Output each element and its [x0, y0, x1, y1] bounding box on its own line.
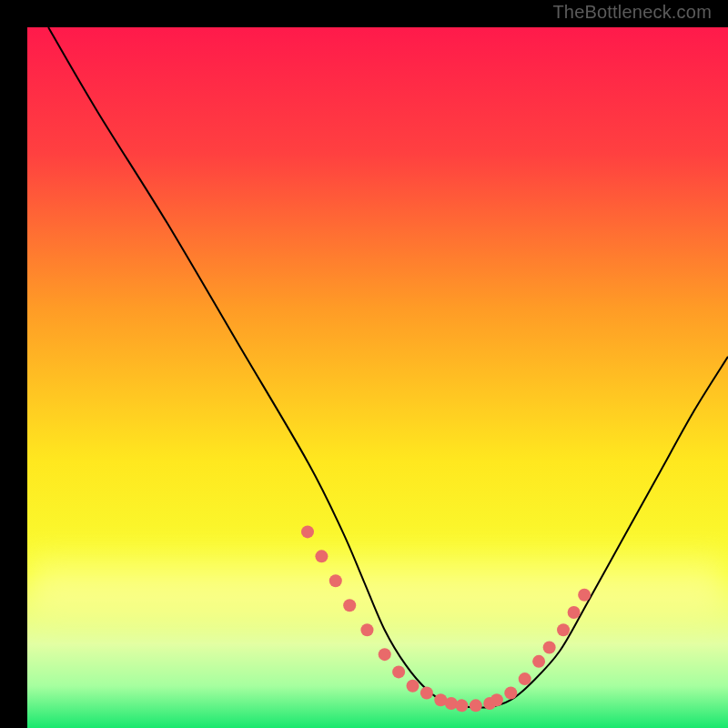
curve-marker [470, 699, 482, 712]
curve-marker [532, 655, 545, 668]
curve-marker [379, 648, 391, 661]
curve-marker [455, 699, 468, 712]
curve-marker [407, 680, 420, 693]
curve-marker [301, 525, 314, 538]
watermark-text: TheBottleneck.com [552, 2, 712, 23]
curve-marker [343, 599, 356, 612]
plot-area [27, 27, 728, 728]
curve-marker [315, 550, 328, 562]
curve-marker [420, 687, 433, 700]
curve-marker [557, 623, 570, 636]
curve-marker [490, 693, 503, 706]
chart-frame [14, 14, 714, 714]
highlight-band [27, 560, 728, 614]
curve-marker [445, 697, 458, 710]
curve-marker [543, 641, 556, 653]
curve-marker [360, 623, 373, 636]
curve-marker [578, 589, 591, 602]
curve-marker [392, 665, 405, 678]
curve-marker [568, 606, 581, 619]
curve-marker [504, 687, 517, 700]
bottleneck-chart [27, 27, 728, 728]
gradient-background [27, 27, 728, 728]
curve-marker [329, 574, 342, 587]
curve-marker [519, 672, 531, 685]
